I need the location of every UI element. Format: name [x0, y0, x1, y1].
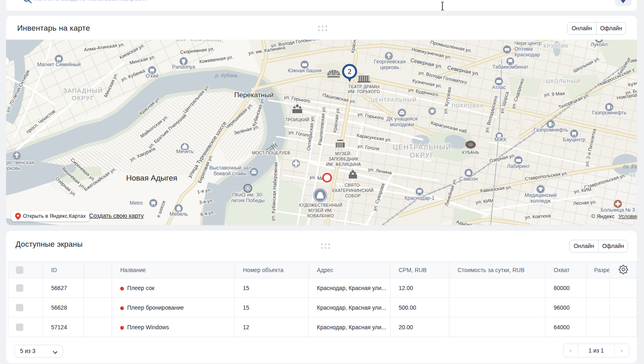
svg-text:летия Победы: летия Победы: [231, 198, 265, 203]
svg-text:ИМ. ГОРЬКОГО: ИМ. ГОРЬКОГО: [348, 89, 380, 94]
svg-text:ИМ. ФЕЛИЦЫНА: ИМ. ФЕЛИЦЫНА: [326, 162, 361, 167]
svg-text:ХУДОЖЕСТВЕННЫЙ: ХУДОЖЕСТВЕННЫЙ: [299, 203, 343, 208]
svg-text:ОКРУГ: ОКРУГ: [72, 94, 94, 101]
svg-text:КОВАЛЕНКО: КОВАЛЕНКО: [307, 214, 334, 218]
svg-text:О'кей: О'кей: [146, 73, 159, 79]
svg-text:МУЗЕЙ-: МУЗЕЙ-: [335, 151, 352, 156]
svg-text:Самсон: Самсон: [460, 176, 478, 182]
svg-text:2: 2: [348, 68, 352, 75]
svg-text:ЦЕНТРАЛЬНЫЙ: ЦЕНТРАЛЬНЫЙ: [371, 97, 417, 103]
svg-text:МКР. КОЖЗАВОД: МКР. КОЖЗАВОД: [176, 40, 222, 42]
svg-text:колледж: колледж: [530, 198, 551, 204]
svg-text:СОБОР: СОБОР: [345, 194, 361, 198]
svg-text:ЦЕНТРАЛЬНЫЙ: ЦЕНТРАЛЬНЫЙ: [393, 143, 451, 151]
svg-text:Выставочный зал: Выставочный зал: [209, 165, 251, 171]
svg-text:ждественская: ждественская: [6, 160, 34, 165]
svg-text:оз. Ка: оз. Ка: [623, 164, 637, 170]
svg-text:Магнит Семейный: Магнит Семейный: [37, 62, 81, 67]
svg-text:МУЗЕЙ ИМ.: МУЗЕЙ ИМ.: [308, 208, 333, 213]
svg-text:Бауцентр: Бауцентр: [563, 137, 586, 143]
svg-text:Лукойл: Лукойл: [590, 42, 607, 47]
svg-text:ТРОИЦКИЙ: ТРОИЦКИЙ: [285, 117, 309, 122]
svg-text:СВЯТО-: СВЯТО-: [345, 183, 361, 188]
svg-text:ТЕАТР ДРАМЫ: ТЕАТР ДРАМЫ: [348, 85, 379, 89]
svg-text:КУБАНЬ: КУБАНЬ: [462, 150, 479, 155]
svg-text:боевой славы: боевой славы: [213, 171, 247, 176]
svg-text:Краснодар: Краснодар: [514, 52, 540, 58]
svg-text:ЗАПОВЕДНИК: ЗАПОВЕДНИК: [329, 157, 359, 161]
svg-text:Больница № 3: Больница № 3: [601, 207, 635, 213]
svg-text:Южная башня: Южная башня: [288, 68, 322, 74]
svg-text:церковь: церковь: [380, 65, 399, 70]
svg-text:Атлас: Атлас: [492, 85, 506, 90]
svg-text:ПОКРОВКА: ПОКРОВКА: [451, 103, 484, 109]
svg-text:МЖК: МЖК: [494, 137, 507, 143]
svg-text:ПКиО им. 30-: ПКиО им. 30-: [232, 192, 263, 198]
svg-text:Pandoriya: Pandoriya: [172, 64, 195, 70]
svg-text:Чери центр: Чери центр: [514, 40, 541, 46]
svg-text:Мебель: Мебель: [170, 211, 188, 217]
svg-text:Табаккомбинат: Табаккомбинат: [492, 64, 528, 70]
svg-text:молодежи: молодежи: [390, 122, 414, 127]
svg-text:Георгиевская: Георгиевская: [374, 59, 406, 65]
svg-text:ШКОЛЬНЫЙ: ШКОЛЬНЫЙ: [545, 78, 581, 84]
svg-text:Новая Адыгея: Новая Адыгея: [126, 174, 177, 182]
svg-text:Metro: Metro: [130, 200, 143, 206]
svg-text:Медицинский: Медицинский: [525, 192, 556, 198]
svg-text:Газпромнефть: Газпромнефть: [592, 110, 626, 116]
svg-text:ЗАПАДНЫЙ: ЗАПАДНЫЙ: [63, 87, 103, 94]
svg-text:ОКРУГ: ОКРУГ: [410, 152, 434, 159]
svg-text:КРУГЛИК: КРУГЛИК: [543, 43, 569, 49]
svg-text:ЧЕ: ЧЕ: [629, 173, 637, 178]
svg-text:Краснодар-1: Краснодар-1: [404, 195, 434, 201]
svg-text:Мечеть: Мечеть: [176, 149, 193, 154]
svg-text:Перекатный: Перекатный: [234, 91, 274, 99]
svg-text:Оптима: Оптима: [514, 46, 533, 52]
svg-text:ЕКАТЕРИНИНСКИЙ: ЕКАТЕРИНИНСКИЙ: [332, 188, 373, 193]
svg-text:МОСТ ПОЦЕЛУЕВ: МОСТ ПОЦЕЛУЕВ: [252, 151, 290, 155]
svg-text:ДК учащейся: ДК учащейся: [386, 116, 417, 122]
svg-text:р. Кубань: р. Кубань: [215, 73, 238, 78]
svg-text:церковь: церковь: [6, 165, 20, 171]
svg-text:Лабиринт: Лабиринт: [507, 163, 530, 169]
svg-text:Газпромнефть: Газпромнефть: [534, 127, 568, 133]
